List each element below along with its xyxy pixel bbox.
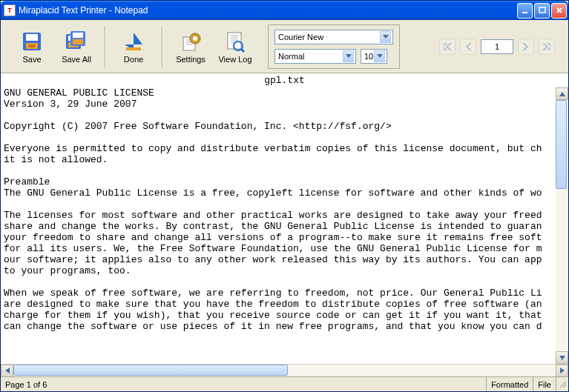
app-window: T Miraplacid Text Printer - Notepad Save… bbox=[0, 0, 569, 392]
done-icon bbox=[122, 30, 145, 53]
pager bbox=[432, 39, 562, 55]
save-icon bbox=[20, 30, 44, 53]
toolbar-group-action: Done bbox=[108, 24, 159, 70]
toolbar-group-file: Save Save All bbox=[7, 24, 102, 70]
hscroll-track[interactable] bbox=[13, 365, 556, 377]
vertical-scrollbar[interactable] bbox=[556, 87, 568, 364]
scroll-left-button[interactable] bbox=[1, 365, 13, 377]
svg-point-15 bbox=[193, 36, 197, 41]
svg-rect-5 bbox=[29, 44, 35, 47]
chevron-down-icon bbox=[374, 50, 385, 62]
done-label: Done bbox=[124, 55, 143, 64]
svg-rect-12 bbox=[126, 47, 141, 50]
save-all-button[interactable]: Save All bbox=[56, 24, 97, 70]
toolbar-separator bbox=[162, 26, 162, 67]
page-number-input[interactable] bbox=[481, 39, 513, 54]
save-label: Save bbox=[22, 55, 41, 64]
view-log-button[interactable]: View Log bbox=[214, 24, 256, 70]
hscroll-thumb[interactable] bbox=[13, 365, 288, 376]
resize-grip[interactable] bbox=[556, 379, 568, 390]
font-size-value: 10 bbox=[364, 52, 374, 61]
statusbar: Page 1 of 6 Formatted File bbox=[1, 376, 568, 391]
chevron-down-icon bbox=[343, 50, 354, 62]
document-filename: gpl.txt bbox=[1, 73, 568, 87]
scroll-right-button[interactable] bbox=[556, 365, 568, 377]
horizontal-scrollbar[interactable] bbox=[1, 364, 568, 376]
save-all-label: Save All bbox=[62, 55, 91, 64]
maximize-button[interactable] bbox=[534, 3, 550, 19]
toolbar-group-tools: Settings View Log bbox=[165, 24, 260, 70]
svg-rect-0 bbox=[522, 12, 527, 13]
chevron-down-icon bbox=[380, 31, 391, 43]
status-page: Page 1 of 6 bbox=[1, 377, 487, 391]
view-log-label: View Log bbox=[218, 55, 251, 64]
text-viewport: GNU GENERAL PUBLIC LICENSE Version 3, 29… bbox=[1, 87, 568, 364]
app-icon: T bbox=[4, 4, 16, 16]
font-panel: Courier New Normal 10 bbox=[268, 24, 400, 69]
save-button[interactable]: Save bbox=[11, 24, 53, 70]
first-page-button[interactable] bbox=[439, 39, 455, 55]
titlebar: T Miraplacid Text Printer - Notepad bbox=[1, 1, 568, 20]
prev-page-button[interactable] bbox=[460, 39, 476, 55]
status-file: File bbox=[533, 377, 556, 391]
svg-rect-11 bbox=[73, 39, 83, 44]
font-size-dropdown[interactable]: 10 bbox=[361, 49, 387, 64]
svg-rect-3 bbox=[26, 34, 38, 41]
next-page-button[interactable] bbox=[518, 39, 534, 55]
font-style-dropdown[interactable]: Normal bbox=[274, 49, 356, 64]
vscroll-thumb[interactable] bbox=[556, 100, 567, 189]
content-area: gpl.txt GNU GENERAL PUBLIC LICENSE Versi… bbox=[1, 73, 568, 376]
window-controls bbox=[517, 3, 567, 19]
settings-icon bbox=[179, 30, 203, 53]
document-text[interactable]: GNU GENERAL PUBLIC LICENSE Version 3, 29… bbox=[1, 87, 568, 332]
svg-rect-1 bbox=[539, 7, 545, 13]
toolbar: Save Save All Done Settings View Log bbox=[1, 20, 568, 73]
toolbar-separator bbox=[105, 26, 105, 67]
window-title: Miraplacid Text Printer - Notepad bbox=[19, 5, 517, 16]
last-page-button[interactable] bbox=[539, 39, 555, 55]
scroll-up-button[interactable] bbox=[556, 87, 568, 100]
minimize-button[interactable] bbox=[517, 3, 533, 19]
settings-label: Settings bbox=[176, 55, 205, 64]
font-family-dropdown[interactable]: Courier New bbox=[274, 30, 393, 44]
status-formatted: Formatted bbox=[487, 377, 533, 391]
vscroll-track[interactable] bbox=[556, 100, 568, 351]
font-style-value: Normal bbox=[278, 52, 343, 61]
done-button[interactable]: Done bbox=[113, 24, 154, 70]
close-button[interactable] bbox=[551, 3, 567, 19]
svg-rect-10 bbox=[73, 33, 83, 38]
save-all-icon bbox=[65, 30, 88, 53]
view-log-icon bbox=[223, 30, 247, 53]
settings-button[interactable]: Settings bbox=[170, 24, 211, 70]
scroll-down-button[interactable] bbox=[556, 351, 568, 364]
font-family-value: Courier New bbox=[278, 33, 380, 41]
